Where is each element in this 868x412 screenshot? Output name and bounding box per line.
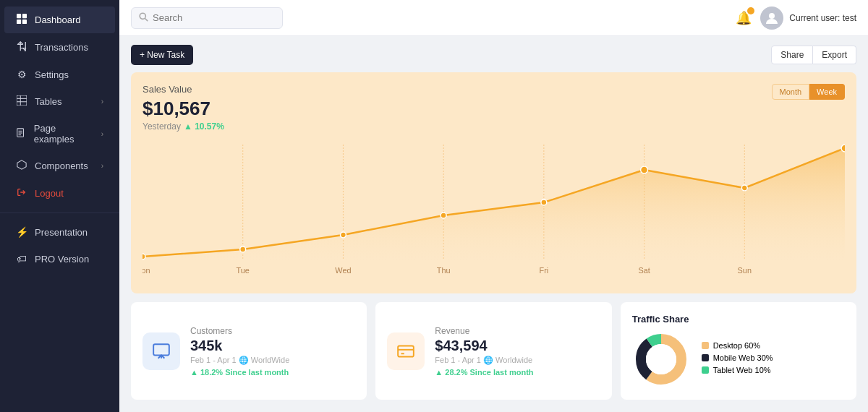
svg-point-13 — [140, 13, 145, 19]
revenue-date: Feb 1 - Apr 1 🌐 Worldwide — [435, 356, 600, 365]
sidebar-item-label: Settings — [35, 69, 69, 80]
svg-rect-4 — [17, 95, 27, 106]
svg-point-26 — [441, 213, 446, 218]
svg-text:Sat: Sat — [638, 266, 650, 275]
period-buttons: Month Week — [772, 84, 846, 100]
traffic-card: Traffic Share — [621, 302, 856, 400]
new-task-button[interactable]: + New Task — [131, 45, 193, 65]
yesterday-label: Yesterday — [142, 121, 181, 132]
tables-icon — [16, 95, 27, 108]
svg-rect-40 — [398, 346, 414, 356]
chart-value: $10,567 — [142, 98, 845, 120]
revenue-card: Revenue $43,594 Feb 1 - Apr 1 🌐 Worldwid… — [375, 302, 611, 400]
sidebar-item-label: Transactions — [35, 42, 88, 53]
svg-point-24 — [240, 246, 246, 252]
content-area: + New Task Share Export Sales Value $10,… — [119, 36, 868, 412]
traffic-legend: Desktop 60% Mobile Web 30% Tablet Web — [702, 341, 773, 378]
search-box[interactable] — [131, 7, 283, 29]
sidebar-nav: Dashboard Transactions ⚙ Settings Tables… — [0, 0, 119, 412]
sidebar-item-tables[interactable]: Tables › — [4, 88, 115, 115]
customers-change: ▲ 18.2% Since last month — [190, 368, 355, 377]
sales-chart-card: Sales Value $10,567 Yesterday ▲ 10.57% M… — [131, 72, 856, 293]
chevron-icon: › — [101, 130, 103, 138]
header-right: 🔔 Current user: test — [736, 7, 856, 30]
sidebar-item-logout[interactable]: Logout — [4, 180, 115, 207]
sidebar-item-settings[interactable]: ⚙ Settings — [4, 61, 115, 87]
svg-marker-12 — [17, 160, 26, 169]
bottom-cards: Customers 345k Feb 1 - Apr 1 🌐 WorldWide… — [131, 302, 856, 400]
mobile-dot — [702, 354, 709, 361]
revenue-icon-box — [387, 332, 425, 370]
header: 🔔 Current user: test — [119, 0, 868, 36]
notifications-button[interactable]: 🔔 — [736, 10, 752, 26]
tablet-label: Tablet Web 10% — [713, 366, 771, 374]
transactions-icon — [16, 41, 27, 53]
svg-point-27 — [541, 199, 547, 205]
search-input[interactable] — [153, 12, 275, 23]
svg-point-46 — [646, 344, 676, 374]
sidebar-item-transactions[interactable]: Transactions — [4, 34, 115, 61]
legend-tablet: Tablet Web 10% — [702, 366, 773, 374]
svg-point-29 — [741, 185, 747, 191]
svg-point-25 — [340, 232, 346, 238]
sidebar-item-label: Presentation — [35, 227, 88, 238]
svg-point-23 — [142, 254, 145, 259]
svg-rect-38 — [153, 344, 169, 355]
desktop-dot — [702, 342, 709, 349]
top-actions: Share Export — [771, 46, 856, 64]
revenue-label: Revenue — [435, 326, 600, 336]
sidebar-item-page-examples[interactable]: Page examples › — [4, 116, 115, 152]
revenue-info: Revenue $43,594 Feb 1 - Apr 1 🌐 Worldwid… — [435, 326, 600, 377]
settings-icon: ⚙ — [16, 69, 27, 80]
month-button[interactable]: Month — [772, 84, 810, 100]
traffic-title: Traffic Share — [632, 314, 845, 325]
chevron-icon: › — [101, 162, 103, 170]
page-examples-icon — [16, 128, 27, 140]
svg-point-15 — [769, 13, 775, 19]
sidebar-item-dashboard[interactable]: Dashboard — [4, 7, 115, 33]
dashboard-icon — [16, 14, 27, 26]
sidebar: Dashboard Transactions ⚙ Settings Tables… — [0, 0, 119, 412]
search-icon — [139, 12, 148, 25]
svg-rect-2 — [17, 20, 21, 24]
customers-date: Feb 1 - Apr 1 🌐 WorldWide — [190, 356, 355, 365]
presentation-icon: ⚡ — [16, 226, 27, 238]
sidebar-item-presentation[interactable]: ⚡ Presentation — [4, 219, 115, 245]
main-content: 🔔 Current user: test + New Task Share Ex… — [119, 0, 868, 412]
avatar — [760, 7, 783, 30]
sidebar-item-label: Page examples — [34, 123, 94, 145]
week-button[interactable]: Week — [809, 84, 845, 100]
customers-info: Customers 345k Feb 1 - Apr 1 🌐 WorldWide… — [190, 326, 355, 377]
revenue-value: $43,594 — [435, 338, 600, 354]
user-info[interactable]: Current user: test — [760, 7, 856, 30]
user-label: Current user: test — [789, 13, 856, 23]
donut-chart — [632, 330, 690, 388]
sidebar-item-label: Logout — [35, 188, 64, 199]
svg-line-14 — [145, 18, 148, 21]
sidebar-item-label: Tables — [35, 96, 62, 107]
svg-rect-3 — [22, 20, 27, 24]
sidebar-item-label: Dashboard — [35, 14, 81, 25]
sidebar-item-pro-version[interactable]: 🏷 PRO Version — [4, 246, 115, 272]
svg-text:Thu: Thu — [437, 266, 451, 275]
svg-point-30 — [841, 145, 845, 152]
svg-text:Tue: Tue — [237, 266, 250, 275]
svg-marker-22 — [142, 148, 845, 260]
svg-text:Mon: Mon — [142, 266, 150, 275]
customers-card: Customers 345k Feb 1 - Apr 1 🌐 WorldWide… — [131, 302, 367, 400]
svg-text:Wed: Wed — [335, 266, 351, 275]
export-button[interactable]: Export — [813, 46, 856, 64]
sidebar-item-components[interactable]: Components › — [4, 153, 115, 179]
legend-mobile: Mobile Web 30% — [702, 353, 773, 362]
logout-icon — [16, 187, 27, 199]
customers-value: 345k — [190, 338, 355, 354]
chart-area: Mon Tue Wed Thu Fri Sat Sun — [142, 137, 845, 282]
pro-icon: 🏷 — [16, 253, 27, 265]
chevron-icon: › — [101, 98, 103, 106]
tablet-dot — [702, 366, 709, 374]
chart-svg: Mon Tue Wed Thu Fri Sat Sun — [142, 137, 845, 282]
share-button[interactable]: Share — [771, 46, 813, 64]
legend-desktop: Desktop 60% — [702, 341, 773, 350]
sidebar-item-label: PRO Version — [35, 254, 89, 265]
revenue-change: ▲ 28.2% Since last month — [435, 368, 600, 377]
